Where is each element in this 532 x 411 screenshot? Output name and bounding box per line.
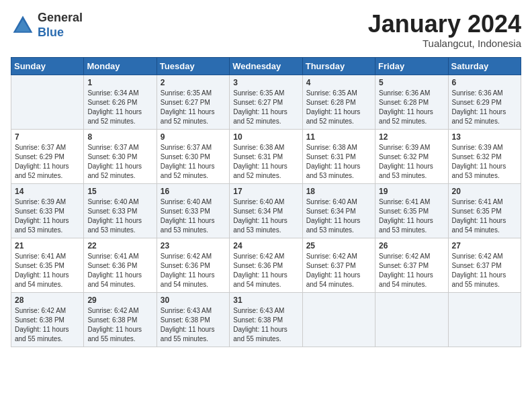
calendar-week-row: 1Sunrise: 6:34 AMSunset: 6:26 PMDaylight… bbox=[11, 75, 521, 129]
day-number: 26 bbox=[379, 241, 444, 250]
weekday-header-sunday: Sunday bbox=[11, 57, 84, 75]
day-number: 9 bbox=[161, 132, 226, 142]
day-sun-info: Sunrise: 6:42 AMSunset: 6:37 PMDaylight:… bbox=[452, 252, 517, 289]
day-sun-info: Sunrise: 6:36 AMSunset: 6:29 PMDaylight:… bbox=[452, 89, 517, 126]
day-number: 15 bbox=[87, 187, 152, 196]
calendar-cell: 22Sunrise: 6:41 AMSunset: 6:36 PMDayligh… bbox=[84, 238, 157, 292]
calendar-cell bbox=[11, 75, 84, 129]
calendar-cell: 5Sunrise: 6:36 AMSunset: 6:28 PMDaylight… bbox=[375, 75, 448, 129]
day-number: 17 bbox=[233, 187, 298, 196]
day-number: 10 bbox=[233, 132, 298, 142]
calendar-cell: 12Sunrise: 6:39 AMSunset: 6:32 PMDayligh… bbox=[375, 129, 448, 183]
day-sun-info: Sunrise: 6:42 AMSunset: 6:37 PMDaylight:… bbox=[379, 252, 444, 289]
weekday-header-saturday: Saturday bbox=[448, 57, 521, 75]
day-sun-info: Sunrise: 6:42 AMSunset: 6:36 PMDaylight:… bbox=[161, 252, 226, 289]
day-number: 28 bbox=[15, 295, 80, 305]
logo-icon bbox=[11, 13, 35, 38]
day-number: 5 bbox=[379, 78, 444, 87]
day-number: 2 bbox=[161, 78, 226, 87]
day-sun-info: Sunrise: 6:34 AMSunset: 6:26 PMDaylight:… bbox=[87, 89, 152, 126]
calendar-cell: 30Sunrise: 6:43 AMSunset: 6:38 PMDayligh… bbox=[157, 292, 229, 347]
day-number: 8 bbox=[87, 132, 152, 142]
day-number: 22 bbox=[87, 241, 152, 250]
weekday-header-tuesday: Tuesday bbox=[157, 57, 229, 75]
calendar-cell: 24Sunrise: 6:42 AMSunset: 6:36 PMDayligh… bbox=[230, 238, 302, 292]
calendar-cell bbox=[375, 292, 448, 347]
weekday-header-monday: Monday bbox=[84, 57, 157, 75]
calendar-cell: 26Sunrise: 6:42 AMSunset: 6:37 PMDayligh… bbox=[375, 238, 448, 292]
day-number: 23 bbox=[161, 241, 226, 250]
day-number: 7 bbox=[15, 132, 80, 142]
day-number: 14 bbox=[15, 187, 80, 196]
calendar-cell bbox=[302, 292, 375, 347]
calendar-cell: 21Sunrise: 6:41 AMSunset: 6:35 PMDayligh… bbox=[11, 238, 84, 292]
day-sun-info: Sunrise: 6:42 AMSunset: 6:38 PMDaylight:… bbox=[87, 306, 152, 344]
day-sun-info: Sunrise: 6:41 AMSunset: 6:35 PMDaylight:… bbox=[15, 252, 80, 289]
day-sun-info: Sunrise: 6:42 AMSunset: 6:38 PMDaylight:… bbox=[15, 306, 80, 344]
calendar-week-row: 28Sunrise: 6:42 AMSunset: 6:38 PMDayligh… bbox=[11, 292, 521, 347]
day-number: 29 bbox=[87, 295, 152, 305]
calendar-week-row: 21Sunrise: 6:41 AMSunset: 6:35 PMDayligh… bbox=[11, 238, 521, 292]
calendar-cell: 3Sunrise: 6:35 AMSunset: 6:27 PMDaylight… bbox=[230, 75, 302, 129]
day-sun-info: Sunrise: 6:42 AMSunset: 6:36 PMDaylight:… bbox=[233, 252, 298, 289]
day-sun-info: Sunrise: 6:37 AMSunset: 6:30 PMDaylight:… bbox=[161, 143, 226, 181]
calendar-cell: 20Sunrise: 6:41 AMSunset: 6:35 PMDayligh… bbox=[448, 183, 521, 238]
day-sun-info: Sunrise: 6:37 AMSunset: 6:30 PMDaylight:… bbox=[87, 143, 152, 181]
day-number: 12 bbox=[379, 132, 444, 142]
calendar-week-row: 7Sunrise: 6:37 AMSunset: 6:29 PMDaylight… bbox=[11, 129, 521, 183]
day-sun-info: Sunrise: 6:39 AMSunset: 6:33 PMDaylight:… bbox=[15, 197, 80, 235]
day-sun-info: Sunrise: 6:40 AMSunset: 6:34 PMDaylight:… bbox=[233, 197, 298, 235]
day-sun-info: Sunrise: 6:35 AMSunset: 6:27 PMDaylight:… bbox=[161, 89, 226, 126]
logo-general-text: General bbox=[38, 11, 83, 26]
calendar-cell: 19Sunrise: 6:41 AMSunset: 6:35 PMDayligh… bbox=[375, 183, 448, 238]
title-area: January 2024 Tualangcut, Indonesia bbox=[368, 11, 521, 49]
calendar-cell: 16Sunrise: 6:40 AMSunset: 6:33 PMDayligh… bbox=[157, 183, 229, 238]
day-sun-info: Sunrise: 6:39 AMSunset: 6:32 PMDaylight:… bbox=[379, 143, 444, 181]
calendar-cell: 18Sunrise: 6:40 AMSunset: 6:34 PMDayligh… bbox=[302, 183, 375, 238]
calendar-cell: 23Sunrise: 6:42 AMSunset: 6:36 PMDayligh… bbox=[157, 238, 229, 292]
day-number: 18 bbox=[306, 187, 371, 196]
calendar-cell: 25Sunrise: 6:42 AMSunset: 6:37 PMDayligh… bbox=[302, 238, 375, 292]
day-number: 20 bbox=[452, 187, 517, 196]
day-sun-info: Sunrise: 6:42 AMSunset: 6:37 PMDaylight:… bbox=[306, 252, 371, 289]
calendar-cell: 28Sunrise: 6:42 AMSunset: 6:38 PMDayligh… bbox=[11, 292, 84, 347]
logo-blue-text: Blue bbox=[38, 26, 83, 40]
day-number: 13 bbox=[452, 132, 517, 142]
day-sun-info: Sunrise: 6:35 AMSunset: 6:27 PMDaylight:… bbox=[233, 89, 298, 126]
page-header: General Blue January 2024 Tualangcut, In… bbox=[11, 11, 521, 49]
day-sun-info: Sunrise: 6:41 AMSunset: 6:36 PMDaylight:… bbox=[87, 252, 152, 289]
calendar-cell: 14Sunrise: 6:39 AMSunset: 6:33 PMDayligh… bbox=[11, 183, 84, 238]
calendar-cell: 7Sunrise: 6:37 AMSunset: 6:29 PMDaylight… bbox=[11, 129, 84, 183]
calendar-table: SundayMondayTuesdayWednesdayThursdayFrid… bbox=[11, 57, 521, 347]
calendar-cell: 15Sunrise: 6:40 AMSunset: 6:33 PMDayligh… bbox=[84, 183, 157, 238]
location-subtitle: Tualangcut, Indonesia bbox=[368, 38, 521, 49]
day-sun-info: Sunrise: 6:40 AMSunset: 6:34 PMDaylight:… bbox=[306, 197, 371, 235]
day-number: 4 bbox=[306, 78, 371, 87]
calendar-cell: 10Sunrise: 6:38 AMSunset: 6:31 PMDayligh… bbox=[230, 129, 302, 183]
day-sun-info: Sunrise: 6:40 AMSunset: 6:33 PMDaylight:… bbox=[87, 197, 152, 235]
weekday-header-thursday: Thursday bbox=[302, 57, 375, 75]
calendar-cell: 8Sunrise: 6:37 AMSunset: 6:30 PMDaylight… bbox=[84, 129, 157, 183]
day-number: 6 bbox=[452, 78, 517, 87]
day-number: 30 bbox=[161, 295, 226, 305]
calendar-cell: 31Sunrise: 6:43 AMSunset: 6:38 PMDayligh… bbox=[230, 292, 302, 347]
day-number: 25 bbox=[306, 241, 371, 250]
day-sun-info: Sunrise: 6:41 AMSunset: 6:35 PMDaylight:… bbox=[452, 197, 517, 235]
day-sun-info: Sunrise: 6:41 AMSunset: 6:35 PMDaylight:… bbox=[379, 197, 444, 235]
day-number: 24 bbox=[233, 241, 298, 250]
calendar-cell: 29Sunrise: 6:42 AMSunset: 6:38 PMDayligh… bbox=[84, 292, 157, 347]
calendar-cell: 9Sunrise: 6:37 AMSunset: 6:30 PMDaylight… bbox=[157, 129, 229, 183]
weekday-header-wednesday: Wednesday bbox=[230, 57, 302, 75]
day-sun-info: Sunrise: 6:35 AMSunset: 6:28 PMDaylight:… bbox=[306, 89, 371, 126]
day-sun-info: Sunrise: 6:38 AMSunset: 6:31 PMDaylight:… bbox=[233, 143, 298, 181]
day-sun-info: Sunrise: 6:38 AMSunset: 6:31 PMDaylight:… bbox=[306, 143, 371, 181]
calendar-cell: 17Sunrise: 6:40 AMSunset: 6:34 PMDayligh… bbox=[230, 183, 302, 238]
day-sun-info: Sunrise: 6:40 AMSunset: 6:33 PMDaylight:… bbox=[161, 197, 226, 235]
day-sun-info: Sunrise: 6:36 AMSunset: 6:28 PMDaylight:… bbox=[379, 89, 444, 126]
calendar-week-row: 14Sunrise: 6:39 AMSunset: 6:33 PMDayligh… bbox=[11, 183, 521, 238]
day-number: 16 bbox=[161, 187, 226, 196]
calendar-cell: 11Sunrise: 6:38 AMSunset: 6:31 PMDayligh… bbox=[302, 129, 375, 183]
day-number: 11 bbox=[306, 132, 371, 142]
calendar-cell bbox=[448, 292, 521, 347]
day-number: 1 bbox=[87, 78, 152, 87]
